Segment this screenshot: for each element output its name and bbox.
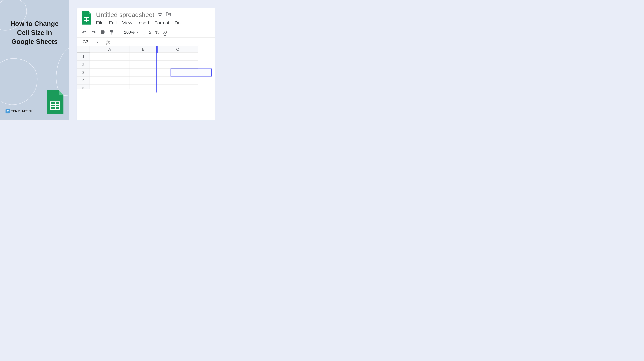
percent-format-button[interactable]: %	[155, 30, 159, 35]
decrease-decimal-button[interactable]: .0	[163, 30, 167, 35]
row-header-1[interactable]: 1	[77, 52, 90, 60]
column-header-a[interactable]: A	[90, 46, 130, 52]
formula-bar-row: C3 fx	[77, 38, 215, 46]
redo-icon[interactable]	[91, 30, 96, 34]
cell[interactable]	[90, 52, 130, 60]
page-title: How to Change Cell Size in Google Sheets	[6, 19, 64, 46]
spreadsheet-grid[interactable]: A B C 1 2	[77, 46, 215, 89]
column-resize-guide	[156, 52, 157, 92]
sheets-app-icon[interactable]	[82, 11, 92, 25]
divider	[113, 38, 114, 45]
row-header-5[interactable]: 5	[77, 84, 90, 89]
cell[interactable]	[90, 60, 130, 68]
column-header-c[interactable]: C	[157, 46, 198, 52]
cell[interactable]	[157, 52, 198, 60]
move-to-folder-icon[interactable]	[166, 12, 171, 18]
column-resize-handle[interactable]	[156, 46, 158, 53]
menu-data[interactable]: Da	[174, 20, 180, 25]
zoom-dropdown[interactable]: 100%	[124, 30, 139, 34]
cell[interactable]	[130, 84, 157, 89]
menu-format[interactable]: Format	[154, 20, 170, 25]
sheets-logo-large	[46, 89, 65, 115]
cell[interactable]	[130, 76, 157, 84]
cell[interactable]	[130, 60, 157, 68]
row-header-4[interactable]: 4	[77, 76, 90, 84]
paint-format-icon[interactable]	[109, 29, 114, 35]
print-icon[interactable]	[100, 30, 105, 35]
column-header-b[interactable]: B	[130, 46, 157, 52]
name-box[interactable]: C3	[77, 38, 90, 46]
select-all-corner[interactable]	[77, 46, 90, 52]
left-info-panel: How to Change Cell Size in Google Sheets…	[0, 0, 69, 120]
menu-insert[interactable]: Insert	[138, 20, 149, 25]
cell[interactable]	[90, 76, 130, 84]
brand-text: TEMPLATE.NET	[11, 109, 35, 113]
brand-logo: T TEMPLATE.NET	[6, 109, 35, 113]
star-icon[interactable]	[158, 12, 162, 18]
active-cell-outline	[170, 68, 212, 76]
cell[interactable]	[90, 84, 130, 89]
cell[interactable]	[157, 60, 198, 68]
decorative-blob-2	[0, 52, 42, 107]
fx-label: fx	[103, 39, 113, 45]
svg-marker-8	[158, 12, 162, 16]
document-title[interactable]: Untitled spreadsheet	[96, 11, 154, 18]
cell[interactable]	[130, 68, 157, 76]
menu-file[interactable]: File	[96, 20, 104, 25]
menu-edit[interactable]: Edit	[109, 20, 117, 25]
row-header-3[interactable]: 3	[77, 68, 90, 76]
currency-format-button[interactable]: $	[149, 30, 152, 35]
toolbar: 100% $ % .0	[77, 27, 215, 38]
chevron-down-icon	[137, 31, 139, 33]
brand-icon: T	[6, 109, 10, 113]
cell[interactable]	[157, 76, 198, 84]
cell[interactable]	[90, 68, 130, 76]
google-sheets-window: Untitled spreadsheet	[77, 8, 215, 120]
name-box-dropdown-icon[interactable]	[90, 41, 103, 43]
right-screenshot-panel: Untitled spreadsheet	[69, 0, 215, 120]
menu-view[interactable]: View	[122, 20, 132, 25]
undo-icon[interactable]	[82, 30, 87, 34]
cell[interactable]	[130, 52, 157, 60]
menu-bar: File Edit View Insert Format Da	[96, 20, 210, 25]
row-header-2[interactable]: 2	[77, 60, 90, 68]
cell[interactable]	[157, 84, 198, 89]
